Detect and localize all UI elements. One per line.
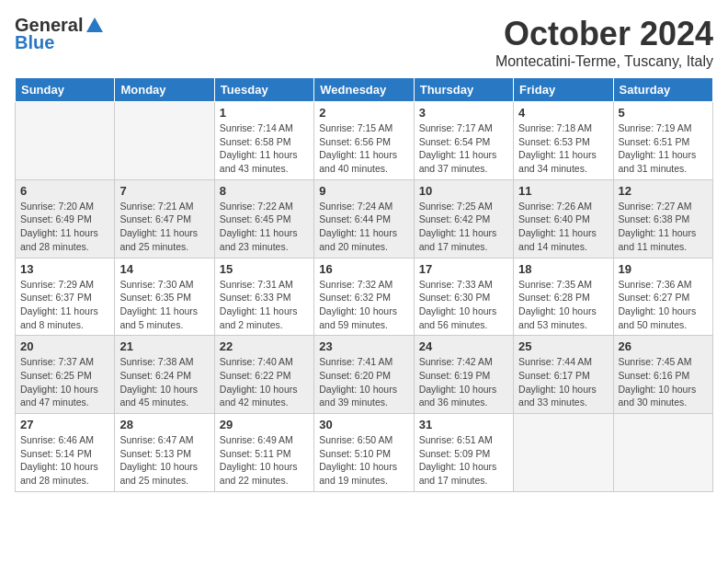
day-cell-12: 12Sunrise: 7:27 AMSunset: 6:38 PMDayligh… xyxy=(613,179,712,258)
day-info: Sunrise: 7:22 AMSunset: 6:45 PMDaylight:… xyxy=(220,200,309,254)
month-title: October 2024 xyxy=(495,15,713,53)
day-number: 30 xyxy=(319,418,408,431)
day-info: Sunrise: 7:24 AMSunset: 6:44 PMDaylight:… xyxy=(319,200,408,254)
day-info: Sunrise: 7:29 AMSunset: 6:37 PMDaylight:… xyxy=(20,278,109,332)
day-cell-22: 22Sunrise: 7:40 AMSunset: 6:22 PMDayligh… xyxy=(214,336,313,414)
day-info: Sunrise: 7:37 AMSunset: 6:25 PMDaylight:… xyxy=(20,355,109,409)
day-info: Sunrise: 7:33 AMSunset: 6:30 PMDaylight:… xyxy=(419,278,508,332)
day-info: Sunrise: 7:15 AMSunset: 6:56 PMDaylight:… xyxy=(319,121,408,176)
header-row: SundayMondayTuesdayWednesdayThursdayFrid… xyxy=(16,78,713,102)
day-number: 17 xyxy=(419,262,508,276)
title-block: October 2024 Montecatini-Terme, Tuscany,… xyxy=(495,15,713,70)
day-cell-21: 21Sunrise: 7:38 AMSunset: 6:24 PMDayligh… xyxy=(115,336,214,414)
logo: General Blue xyxy=(15,15,107,53)
day-number: 25 xyxy=(518,339,608,353)
day-cell-16: 16Sunrise: 7:32 AMSunset: 6:32 PMDayligh… xyxy=(314,258,414,336)
day-cell-23: 23Sunrise: 7:41 AMSunset: 6:20 PMDayligh… xyxy=(314,336,414,414)
day-cell-11: 11Sunrise: 7:26 AMSunset: 6:40 PMDayligh… xyxy=(514,179,613,258)
day-number: 6 xyxy=(20,184,109,198)
day-cell-15: 15Sunrise: 7:31 AMSunset: 6:33 PMDayligh… xyxy=(214,258,313,336)
day-info: Sunrise: 7:31 AMSunset: 6:33 PMDaylight:… xyxy=(220,278,309,332)
day-number: 11 xyxy=(518,184,608,198)
day-cell-20: 20Sunrise: 7:37 AMSunset: 6:25 PMDayligh… xyxy=(16,336,115,414)
day-number: 31 xyxy=(419,418,508,431)
day-number: 28 xyxy=(119,418,209,431)
day-info: Sunrise: 7:27 AMSunset: 6:38 PMDaylight:… xyxy=(619,200,708,254)
day-number: 19 xyxy=(619,262,708,276)
day-cell-4: 4Sunrise: 7:18 AMSunset: 6:53 PMDaylight… xyxy=(514,102,613,180)
day-cell-24: 24Sunrise: 7:42 AMSunset: 6:19 PMDayligh… xyxy=(414,336,513,414)
day-cell-6: 6Sunrise: 7:20 AMSunset: 6:49 PMDaylight… xyxy=(16,179,115,258)
day-info: Sunrise: 7:20 AMSunset: 6:49 PMDaylight:… xyxy=(20,200,109,254)
week-row-1: 1Sunrise: 7:14 AMSunset: 6:58 PMDaylight… xyxy=(16,102,713,180)
logo-blue-text: Blue xyxy=(15,32,54,53)
day-info: Sunrise: 7:21 AMSunset: 6:47 PMDaylight:… xyxy=(119,200,209,254)
day-number: 23 xyxy=(319,339,408,353)
day-number: 27 xyxy=(20,418,109,431)
day-info: Sunrise: 7:42 AMSunset: 6:19 PMDaylight:… xyxy=(419,355,508,409)
day-cell-13: 13Sunrise: 7:29 AMSunset: 6:37 PMDayligh… xyxy=(16,258,115,336)
day-info: Sunrise: 7:18 AMSunset: 6:53 PMDaylight:… xyxy=(518,121,608,176)
day-info: Sunrise: 7:32 AMSunset: 6:32 PMDaylight:… xyxy=(319,278,408,332)
day-cell-27: 27Sunrise: 6:46 AMSunset: 5:14 PMDayligh… xyxy=(16,414,115,492)
logo-icon xyxy=(85,16,105,36)
day-number: 7 xyxy=(119,184,209,198)
day-info: Sunrise: 6:49 AMSunset: 5:11 PMDaylight:… xyxy=(220,433,309,488)
day-cell-25: 25Sunrise: 7:44 AMSunset: 6:17 PMDayligh… xyxy=(514,336,613,414)
day-number: 12 xyxy=(619,184,708,198)
day-info: Sunrise: 7:25 AMSunset: 6:42 PMDaylight:… xyxy=(419,200,508,254)
day-cell-1: 1Sunrise: 7:14 AMSunset: 6:58 PMDaylight… xyxy=(214,102,313,180)
day-cell-14: 14Sunrise: 7:30 AMSunset: 6:35 PMDayligh… xyxy=(115,258,214,336)
day-number: 26 xyxy=(619,339,708,353)
day-cell-26: 26Sunrise: 7:45 AMSunset: 6:16 PMDayligh… xyxy=(613,336,712,414)
day-cell-30: 30Sunrise: 6:50 AMSunset: 5:10 PMDayligh… xyxy=(314,414,414,492)
day-cell-31: 31Sunrise: 6:51 AMSunset: 5:09 PMDayligh… xyxy=(414,414,513,492)
day-number: 16 xyxy=(319,262,408,276)
calendar-table: SundayMondayTuesdayWednesdayThursdayFrid… xyxy=(15,77,713,492)
day-cell-29: 29Sunrise: 6:49 AMSunset: 5:11 PMDayligh… xyxy=(214,414,313,492)
empty-cell xyxy=(115,102,214,180)
day-number: 1 xyxy=(220,106,309,120)
day-info: Sunrise: 7:36 AMSunset: 6:27 PMDaylight:… xyxy=(619,278,708,332)
empty-cell xyxy=(16,102,115,180)
day-info: Sunrise: 7:38 AMSunset: 6:24 PMDaylight:… xyxy=(119,355,209,409)
day-info: Sunrise: 7:14 AMSunset: 6:58 PMDaylight:… xyxy=(220,121,309,176)
svg-marker-0 xyxy=(86,17,103,32)
week-row-3: 13Sunrise: 7:29 AMSunset: 6:37 PMDayligh… xyxy=(16,258,713,336)
col-header-monday: Monday xyxy=(115,78,214,102)
day-number: 13 xyxy=(20,262,109,276)
page-header: General Blue October 2024 Montecatini-Te… xyxy=(15,15,713,70)
day-cell-8: 8Sunrise: 7:22 AMSunset: 6:45 PMDaylight… xyxy=(214,179,313,258)
day-number: 20 xyxy=(20,339,109,353)
day-info: Sunrise: 6:50 AMSunset: 5:10 PMDaylight:… xyxy=(319,433,408,488)
col-header-wednesday: Wednesday xyxy=(314,78,414,102)
empty-cell xyxy=(514,414,613,492)
week-row-4: 20Sunrise: 7:37 AMSunset: 6:25 PMDayligh… xyxy=(16,336,713,414)
day-info: Sunrise: 6:51 AMSunset: 5:09 PMDaylight:… xyxy=(419,433,508,488)
day-number: 5 xyxy=(619,106,708,120)
day-number: 18 xyxy=(518,262,608,276)
day-number: 14 xyxy=(119,262,209,276)
day-info: Sunrise: 7:26 AMSunset: 6:40 PMDaylight:… xyxy=(518,200,608,254)
day-cell-28: 28Sunrise: 6:47 AMSunset: 5:13 PMDayligh… xyxy=(115,414,214,492)
day-number: 3 xyxy=(419,106,508,120)
day-cell-18: 18Sunrise: 7:35 AMSunset: 6:28 PMDayligh… xyxy=(514,258,613,336)
day-info: Sunrise: 7:19 AMSunset: 6:51 PMDaylight:… xyxy=(619,121,708,176)
col-header-thursday: Thursday xyxy=(414,78,513,102)
day-info: Sunrise: 7:41 AMSunset: 6:20 PMDaylight:… xyxy=(319,355,408,409)
day-cell-7: 7Sunrise: 7:21 AMSunset: 6:47 PMDaylight… xyxy=(115,179,214,258)
day-info: Sunrise: 7:45 AMSunset: 6:16 PMDaylight:… xyxy=(619,355,708,409)
col-header-sunday: Sunday xyxy=(16,78,115,102)
week-row-5: 27Sunrise: 6:46 AMSunset: 5:14 PMDayligh… xyxy=(16,414,713,492)
day-info: Sunrise: 7:40 AMSunset: 6:22 PMDaylight:… xyxy=(220,355,309,409)
col-header-tuesday: Tuesday xyxy=(214,78,313,102)
day-number: 9 xyxy=(319,184,408,198)
day-cell-3: 3Sunrise: 7:17 AMSunset: 6:54 PMDaylight… xyxy=(414,102,513,180)
day-number: 10 xyxy=(419,184,508,198)
day-info: Sunrise: 7:17 AMSunset: 6:54 PMDaylight:… xyxy=(419,121,508,176)
day-number: 8 xyxy=(220,184,309,198)
day-number: 15 xyxy=(220,262,309,276)
day-number: 22 xyxy=(220,339,309,353)
day-number: 4 xyxy=(518,106,608,120)
day-cell-19: 19Sunrise: 7:36 AMSunset: 6:27 PMDayligh… xyxy=(613,258,712,336)
